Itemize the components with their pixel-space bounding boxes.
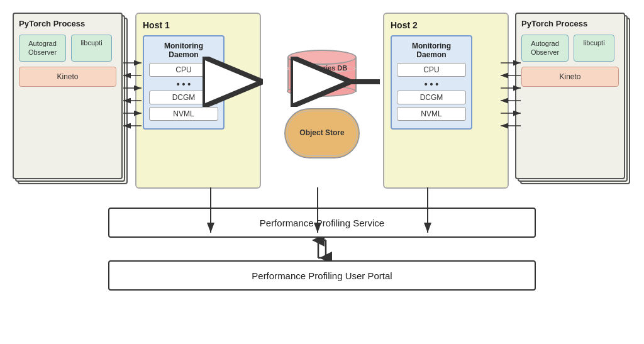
object-store-wrapper: Object Store	[284, 108, 360, 158]
bottom-section: Performance Profiling Service	[6, 208, 638, 291]
monitoring-title-2: MonitoringDaemon	[397, 42, 466, 59]
host1-container: Host 1 MonitoringDaemon CPU • • • DCGM N…	[135, 13, 261, 189]
dots-2: • • •	[397, 79, 466, 89]
kineto-right: Kineto	[521, 67, 619, 87]
cpu-item-1: CPU	[149, 63, 218, 77]
diagram: PyTorch Process Autograd Observer libcup…	[0, 0, 644, 344]
host2-container: Host 2 MonitoringDaemon CPU • • • DCGM N…	[383, 13, 509, 189]
monitoring-title-1: MonitoringDaemon	[149, 42, 218, 59]
cpu-item-2: CPU	[397, 63, 466, 77]
performance-profiling-service-box: Performance Profiling Service	[108, 208, 536, 238]
pytorch-process-right: PyTorch Process Autograd Observer libcup…	[515, 13, 631, 189]
center-column: Time Series DB Object Store	[272, 43, 372, 158]
libcupti-right: libcupti	[574, 35, 614, 62]
monitoring-daemon-2: MonitoringDaemon CPU • • • DCGM NVML	[391, 35, 472, 130]
kineto-left: Kineto	[19, 67, 116, 87]
monitoring-daemon-1: MonitoringDaemon CPU • • • DCGM NVML	[143, 35, 225, 130]
double-arrow	[309, 238, 335, 260]
object-store-label: Object Store	[287, 111, 357, 156]
host2-title: Host 2	[391, 20, 501, 30]
autograd-observer-left: Autograd Observer	[19, 35, 66, 62]
double-arrow-svg	[309, 238, 335, 260]
service-label: Performance Profiling Service	[260, 218, 384, 228]
pytorch-left-title: PyTorch Process	[14, 14, 121, 31]
dcgm-item-1: DCGM	[149, 91, 218, 104]
performance-profiling-portal-box: Performance Profiling User Portal	[108, 260, 536, 291]
autograd-observer-right: Autograd Observer	[521, 35, 569, 62]
nvml-item-1: NVML	[149, 107, 218, 121]
pytorch-right-title: PyTorch Process	[516, 14, 624, 31]
dcgm-item-2: DCGM	[397, 91, 466, 104]
time-series-db: Time Series DB	[287, 50, 357, 97]
db-label: Time Series DB	[287, 64, 357, 72]
pytorch-process-left: PyTorch Process Autograd Observer libcup…	[13, 13, 129, 189]
dots-1: • • •	[149, 79, 218, 89]
nvml-item-2: NVML	[397, 107, 466, 121]
libcupti-left: libcupti	[71, 35, 112, 62]
host1-title: Host 1	[143, 20, 253, 30]
portal-label: Performance Profiling User Portal	[252, 270, 392, 281]
main-layout: PyTorch Process Autograd Observer libcup…	[6, 6, 638, 195]
